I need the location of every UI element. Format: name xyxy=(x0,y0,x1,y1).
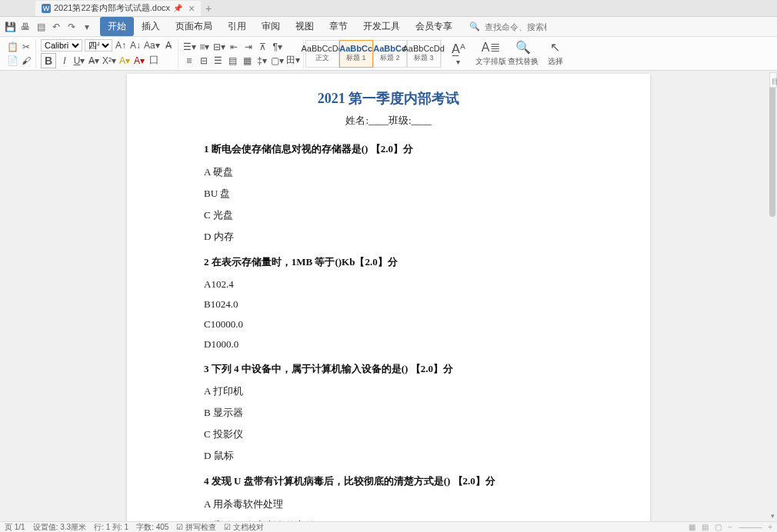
question-title[interactable]: 4 发现 U 盘带有计算机病毒后，比较彻底的清楚方式是() 【2.0】分 xyxy=(204,474,573,490)
format-painter-icon[interactable]: 🖌 xyxy=(20,55,32,67)
question-option[interactable]: A102.4 xyxy=(204,278,573,291)
change-case-icon[interactable]: Aa▾ xyxy=(144,39,160,52)
zoom-in-icon[interactable]: + xyxy=(768,523,772,531)
pin-icon[interactable]: 📌 xyxy=(173,4,182,12)
question-option[interactable]: C 光盘 xyxy=(204,208,573,222)
style-0[interactable]: AaBbCcDd正文 xyxy=(305,40,339,68)
side-panel-tab[interactable]: 目 xyxy=(769,72,777,88)
numbering-button[interactable]: ≡▾ xyxy=(198,41,211,53)
distribute-button[interactable]: ▦ xyxy=(242,55,254,67)
question-option[interactable]: C10000.0 xyxy=(204,318,573,331)
status-page[interactable]: 页 1/1 xyxy=(5,522,25,533)
decrease-indent-button[interactable]: ⇤ xyxy=(228,41,240,53)
increase-indent-button[interactable]: ⇥ xyxy=(242,41,255,53)
save-icon[interactable]: 💾 xyxy=(3,20,17,34)
shading-button[interactable]: ▢▾ xyxy=(271,55,284,67)
align-right-button[interactable]: ☰ xyxy=(212,55,225,67)
clear-format-icon[interactable]: A̶ xyxy=(162,39,175,52)
sort-button[interactable]: ⊼ xyxy=(257,41,269,53)
document-title[interactable]: 2021 第一季度内部考试 xyxy=(204,89,573,108)
document-subtitle[interactable]: 姓名:____班级:____ xyxy=(204,114,573,128)
web-mode-icon[interactable]: ▢ xyxy=(715,523,722,531)
line-spacing-button[interactable]: ‡▾ xyxy=(256,55,268,67)
border-button[interactable]: 田▾ xyxy=(286,55,300,67)
show-marks-button[interactable]: ¶▾ xyxy=(272,41,284,53)
view-mode-icon[interactable]: ▦ xyxy=(689,523,695,531)
question-option[interactable]: B1024.0 xyxy=(204,298,573,311)
italic-button[interactable]: I xyxy=(58,55,71,67)
question-option[interactable]: BU 盘 xyxy=(204,187,573,201)
text-layout-button[interactable]: A≣ 文字排版 xyxy=(475,39,506,68)
align-left-button[interactable]: ≡ xyxy=(183,55,195,67)
scroll-down-icon[interactable]: ▾ xyxy=(768,512,777,521)
dropdown-icon[interactable]: ▾ xyxy=(80,20,94,34)
menu-tab-8[interactable]: 会员专享 xyxy=(408,17,460,36)
select-button[interactable]: ↖ 选择 xyxy=(540,39,571,68)
reading-mode-icon[interactable]: ▤ xyxy=(702,523,709,531)
font-color-button[interactable]: A▾ xyxy=(133,55,145,67)
status-doccheck[interactable]: ☑ 文档校对 xyxy=(224,522,264,533)
question-title[interactable]: 1 断电会使存储信息对视的存储器是() 【2.0】分 xyxy=(204,141,573,158)
cut-icon[interactable]: ✂ xyxy=(20,41,32,53)
style-1[interactable]: AaBbCc标题 1 xyxy=(339,40,373,68)
question-option[interactable]: C 投影仪 xyxy=(204,427,573,441)
question-option[interactable]: A 用杀毒软件处理 xyxy=(204,497,573,511)
justify-button[interactable]: ▤ xyxy=(227,55,239,67)
menu-tab-4[interactable]: 审阅 xyxy=(254,17,288,36)
style-menu-button[interactable]: A̲ᴬ ▾ xyxy=(443,39,474,68)
menu-tab-7[interactable]: 开发工具 xyxy=(355,17,408,36)
strikethrough-button[interactable]: A̶▾ xyxy=(88,55,100,67)
status-line[interactable]: 行: 1 列: 1 xyxy=(94,522,128,533)
style-2[interactable]: AaBbCc标题 2 xyxy=(373,40,407,68)
status-chars[interactable]: 字数: 405 xyxy=(136,522,168,533)
command-search[interactable]: 🔍 查找命令 xyxy=(469,22,546,32)
menu-tab-5[interactable]: 视图 xyxy=(288,17,322,36)
zoom-out-icon[interactable]: − xyxy=(728,523,732,531)
scroll-thumb[interactable] xyxy=(769,78,775,217)
menu-tab-3[interactable]: 引用 xyxy=(220,17,254,36)
font-name-select[interactable]: Calibri xyxy=(41,39,82,52)
add-tab-button[interactable]: + xyxy=(201,2,216,15)
paste-icon[interactable]: 📋 xyxy=(6,41,18,53)
status-margin[interactable]: 设置值: 3.3厘米 xyxy=(33,522,86,533)
question-title[interactable]: 2 在表示存储量时，1MB 等于()Kb【2.0】分 xyxy=(204,254,573,271)
underline-button[interactable]: U▾ xyxy=(73,55,85,67)
question-option[interactable]: D1000.0 xyxy=(204,338,573,351)
close-icon[interactable]: × xyxy=(188,2,195,15)
highlight-button[interactable]: A▾ xyxy=(118,55,131,67)
page[interactable]: 2021 第一季度内部考试 姓名:____班级:____ 1 断电会使存储信息对… xyxy=(127,74,650,521)
document-area[interactable]: 2021 第一季度内部考试 姓名:____班级:____ 1 断电会使存储信息对… xyxy=(0,71,777,521)
preview-icon[interactable]: ▤ xyxy=(34,20,48,34)
copy-icon[interactable]: 📄 xyxy=(6,55,18,67)
bold-button[interactable]: B xyxy=(41,53,56,68)
shrink-font-icon[interactable]: A↓ xyxy=(129,39,142,52)
status-spellcheck[interactable]: ☑ 拼写检查 xyxy=(176,522,216,533)
grow-font-icon[interactable]: A↑ xyxy=(115,39,127,52)
font-size-select[interactable]: 四号 xyxy=(85,39,112,52)
char-border-button[interactable]: 囗 xyxy=(148,55,160,67)
style-3[interactable]: AaBbCcDd标题 3 xyxy=(407,40,441,68)
menu-tab-2[interactable]: 页面布局 xyxy=(168,17,220,36)
document-tab[interactable]: W 2021第22套内部考试试题.docx 📌 × xyxy=(35,1,201,16)
question-option[interactable]: B 显示器 xyxy=(204,406,573,420)
align-center-button[interactable]: ⊟ xyxy=(198,55,210,67)
menu-tab-0[interactable]: 开始 xyxy=(100,17,134,36)
vertical-scrollbar[interactable]: ▴ ▾ xyxy=(768,71,777,521)
print-icon[interactable]: 🖶 xyxy=(18,20,32,34)
question-option[interactable]: D 内存 xyxy=(204,230,573,244)
find-replace-button[interactable]: 🔍 查找替换 xyxy=(508,39,539,68)
question-option[interactable]: D 鼠标 xyxy=(204,449,573,463)
bullets-button[interactable]: ☰▾ xyxy=(183,41,196,53)
menu-tab-6[interactable]: 章节 xyxy=(322,17,355,36)
redo-icon[interactable]: ↷ xyxy=(65,20,78,34)
question-option[interactable]: A 打印机 xyxy=(204,384,573,398)
menu-tab-1[interactable]: 插入 xyxy=(134,17,168,36)
multilevel-button[interactable]: ⊟▾ xyxy=(213,41,225,53)
question-title[interactable]: 3 下列 4 中设备中，属于计算机输入设备的是() 【2.0】分 xyxy=(204,361,573,377)
zoom-slider[interactable]: ——— xyxy=(739,523,762,531)
search-input[interactable] xyxy=(485,22,546,32)
question-option[interactable]: A 硬盘 xyxy=(204,165,573,179)
undo-icon[interactable]: ↶ xyxy=(49,20,63,34)
status-bar: 页 1/1 设置值: 3.3厘米 行: 1 列: 1 字数: 405 ☑ 拼写检… xyxy=(0,521,777,532)
superscript-button[interactable]: X²▾ xyxy=(102,55,116,67)
